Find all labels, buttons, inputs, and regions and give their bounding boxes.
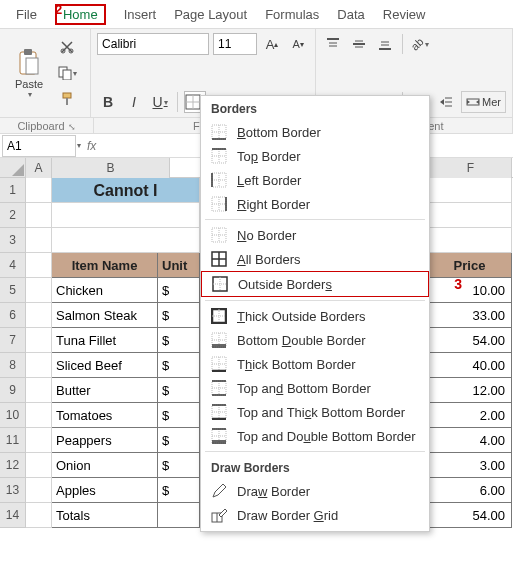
header-item[interactable]: Item Name: [52, 253, 158, 278]
row-header[interactable]: 13: [0, 478, 26, 503]
cell-unit[interactable]: $: [158, 403, 200, 428]
bold-button[interactable]: B: [97, 91, 119, 113]
font-name-select[interactable]: [97, 33, 209, 55]
menu-item-draw-border[interactable]: Draw Border: [201, 479, 429, 503]
cell[interactable]: [26, 253, 52, 278]
tab-formulas[interactable]: Formulas: [265, 7, 319, 22]
cell-price[interactable]: 4.00: [430, 428, 512, 453]
menu-item-left[interactable]: Left Border: [201, 168, 429, 192]
cell-price[interactable]: 6.00: [430, 478, 512, 503]
cell-price[interactable]: 2.00: [430, 403, 512, 428]
cell-item[interactable]: Apples: [52, 478, 158, 503]
chevron-down-icon[interactable]: ▾: [77, 141, 81, 150]
font-size-select[interactable]: [213, 33, 257, 55]
cell[interactable]: [26, 378, 52, 403]
cell[interactable]: [26, 178, 52, 203]
row-header[interactable]: 8: [0, 353, 26, 378]
title-cell[interactable]: Cannot I: [52, 178, 200, 203]
menu-item-right[interactable]: Right Border: [201, 192, 429, 216]
cell[interactable]: [26, 203, 52, 228]
cell-unit[interactable]: $: [158, 353, 200, 378]
row-header[interactable]: 11: [0, 428, 26, 453]
cell-item[interactable]: Tuna Fillet: [52, 328, 158, 353]
menu-item-top[interactable]: Top Border: [201, 144, 429, 168]
cell-item[interactable]: Peappers: [52, 428, 158, 453]
merge-button[interactable]: Mer: [461, 91, 506, 113]
select-all-corner[interactable]: [0, 158, 26, 178]
col-header-a[interactable]: A: [26, 158, 52, 178]
cell-item[interactable]: Salmon Steak: [52, 303, 158, 328]
row-header[interactable]: 14: [0, 503, 26, 528]
cell-item[interactable]: Tomatoes: [52, 403, 158, 428]
col-header-b[interactable]: B: [52, 158, 170, 178]
tab-data[interactable]: Data: [337, 7, 364, 22]
cell[interactable]: [26, 428, 52, 453]
tab-review[interactable]: Review: [383, 7, 426, 22]
tab-insert[interactable]: Insert: [124, 7, 157, 22]
cell-unit[interactable]: $: [158, 428, 200, 453]
menu-item-all[interactable]: All Borders: [201, 247, 429, 271]
cell-price[interactable]: 12.00: [430, 378, 512, 403]
grow-font-button[interactable]: A▴: [261, 33, 283, 55]
italic-button[interactable]: I: [123, 91, 145, 113]
cell-unit[interactable]: $: [158, 303, 200, 328]
col-header-f[interactable]: F: [430, 158, 512, 178]
cell[interactable]: [26, 403, 52, 428]
cell-unit[interactable]: $: [158, 378, 200, 403]
cut-button[interactable]: [56, 36, 78, 58]
menu-item-thick-outside[interactable]: Thick Outside Borders: [201, 304, 429, 328]
cell[interactable]: [26, 478, 52, 503]
cell-item[interactable]: Chicken: [52, 278, 158, 303]
tab-page-layout[interactable]: Page Layout: [174, 7, 247, 22]
menu-item-bottom[interactable]: Bottom Border: [201, 120, 429, 144]
cell-unit[interactable]: $: [158, 478, 200, 503]
row-header[interactable]: 1: [0, 178, 26, 203]
increase-indent-button[interactable]: [435, 91, 457, 113]
tab-file[interactable]: File: [16, 7, 37, 22]
cell[interactable]: [26, 303, 52, 328]
cell[interactable]: [26, 328, 52, 353]
header-price[interactable]: Price: [430, 253, 512, 278]
row-header[interactable]: 4: [0, 253, 26, 278]
cell-item[interactable]: Butter: [52, 378, 158, 403]
menu-item-draw-grid[interactable]: Draw Border Grid: [201, 503, 429, 527]
cell[interactable]: [52, 203, 200, 228]
cell-unit[interactable]: $: [158, 278, 200, 303]
copy-button[interactable]: ▾: [56, 62, 78, 84]
cell-price[interactable]: 54.00: [430, 328, 512, 353]
cell-totals-label[interactable]: Totals: [52, 503, 158, 528]
name-box[interactable]: [2, 135, 76, 157]
paste-button[interactable]: Paste ▾: [6, 48, 52, 99]
orientation-button[interactable]: ab▾: [409, 33, 431, 55]
cell[interactable]: [26, 503, 52, 528]
row-header[interactable]: 2: [0, 203, 26, 228]
format-painter-button[interactable]: [56, 88, 78, 110]
cell[interactable]: [158, 503, 200, 528]
cell[interactable]: [26, 278, 52, 303]
row-header[interactable]: 10: [0, 403, 26, 428]
tab-home[interactable]: Home: [55, 4, 106, 25]
row-header[interactable]: 3: [0, 228, 26, 253]
cell-totals-value[interactable]: 54.00: [430, 503, 512, 528]
menu-item-thick-bottom[interactable]: Thick Bottom Border: [201, 352, 429, 376]
cell-unit[interactable]: $: [158, 453, 200, 478]
row-header[interactable]: 5: [0, 278, 26, 303]
menu-item-top-double-bottom[interactable]: Top and Double Bottom Border: [201, 424, 429, 448]
menu-item-none[interactable]: No Border: [201, 223, 429, 247]
cell-price[interactable]: 33.00: [430, 303, 512, 328]
fx-icon[interactable]: fx: [87, 139, 96, 153]
cell-price[interactable]: 3.00: [430, 453, 512, 478]
header-unit[interactable]: Unit P: [158, 253, 200, 278]
menu-item-top-bottom[interactable]: Top and Bottom Border: [201, 376, 429, 400]
row-header[interactable]: 9: [0, 378, 26, 403]
cell[interactable]: [26, 353, 52, 378]
cell[interactable]: [52, 228, 200, 253]
row-header[interactable]: 7: [0, 328, 26, 353]
align-middle-button[interactable]: [348, 33, 370, 55]
cell[interactable]: [430, 228, 512, 253]
cell[interactable]: [430, 178, 512, 203]
cell-item[interactable]: Onion: [52, 453, 158, 478]
row-header[interactable]: 12: [0, 453, 26, 478]
cell-item[interactable]: Sliced Beef: [52, 353, 158, 378]
menu-item-bottom-double[interactable]: Bottom Double Border: [201, 328, 429, 352]
